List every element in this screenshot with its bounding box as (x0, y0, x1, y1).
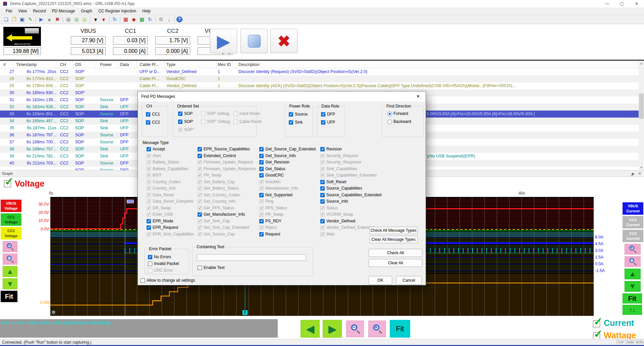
table-row[interactable]: 296s 179ms 608...CC2SOP'Cable Pl...Vendo… (0, 82, 639, 89)
message-type-enter-usb-checkbox[interactable] (147, 212, 151, 217)
run-icon[interactable]: ▶ (38, 16, 45, 23)
x-cursor-marker[interactable]: X (243, 310, 248, 315)
message-type-dr-swap-checkbox[interactable] (147, 206, 151, 210)
time-fit-button[interactable]: Fit (390, 320, 410, 338)
check-all-button[interactable]: Check All (369, 249, 422, 257)
clear-all-button[interactable]: Clear All (369, 259, 422, 267)
ordered-set-hard-reset-checkbox[interactable] (233, 112, 238, 116)
column-header-os[interactable]: OS (74, 61, 96, 68)
find-direction-backward-radio[interactable] (387, 120, 392, 124)
error-packet-invalid-packet-checkbox[interactable] (148, 262, 152, 266)
abort-button[interactable]: ✖ (270, 29, 298, 53)
message-type-ping-checkbox[interactable] (259, 199, 264, 204)
open-icon[interactable]: ❐ (10, 16, 18, 23)
message-type-get-sink-cap-extended-checkbox[interactable] (198, 225, 202, 230)
find-prev-icon[interactable]: ◎ (81, 16, 88, 23)
settings-allow-to-change-all-settings-checkbox[interactable] (141, 278, 145, 283)
column-header-timestamp[interactable]: Timestamp (15, 61, 56, 68)
selected-message-cursor[interactable] (125, 197, 125, 316)
message-type-gotomin-checkbox[interactable] (259, 180, 264, 184)
check-all-message-types-button[interactable]: Check All Message Types (369, 227, 418, 234)
message-type-fr-swap-checkbox[interactable] (198, 173, 202, 178)
column-header-power[interactable]: Power (99, 61, 119, 68)
ch-cc1-checkbox[interactable] (146, 112, 150, 117)
message-type-epr-request-checkbox[interactable] (147, 225, 151, 230)
pd-message-view-icon[interactable]: ▦ (122, 16, 129, 23)
error-packet-no-errors-checkbox[interactable] (148, 255, 152, 259)
message-type-epr-source-capabilities-checkbox[interactable] (198, 147, 202, 151)
menu-item-help[interactable]: Help (139, 7, 154, 15)
message-type-get-source-cap-checkbox[interactable] (198, 232, 202, 236)
message-type-epr-mode-checkbox[interactable] (147, 219, 151, 223)
filter-clear-icon[interactable]: ▼ (100, 16, 107, 23)
ordered-set-sop-checkbox[interactable] (178, 128, 182, 132)
time-zoom-out-button[interactable]: − (346, 321, 364, 337)
message-type-get-source-cap-extended-checkbox[interactable] (259, 147, 264, 151)
settings-icon[interactable]: ⚙ (157, 16, 165, 23)
current-zoom-out-button[interactable]: − (625, 256, 641, 267)
voltage-scale-down-button[interactable]: ▼ (3, 278, 17, 289)
message-type-data-reset-complete-checkbox[interactable] (147, 199, 151, 204)
stop-icon[interactable]: ■ (46, 16, 53, 23)
message-type-accept-checkbox[interactable] (147, 147, 151, 151)
message-type-sink-capabilities-checkbox[interactable] (320, 167, 325, 171)
ordered-set-sop-checkbox[interactable] (178, 120, 182, 124)
current-autoscale-button[interactable]: ↑↓ (623, 305, 642, 315)
find-icon[interactable]: ◎ (65, 16, 72, 23)
column-header-type[interactable]: Type (165, 61, 217, 68)
ordered-set-sop-debug-checkbox[interactable] (201, 120, 205, 124)
message-type-bist-checkbox[interactable] (147, 173, 151, 178)
message-type-vendor-defined-extended-checkbox[interactable] (320, 225, 325, 230)
menu-item-cc-register-injection[interactable]: CC Register Injection (95, 7, 139, 15)
data-role-ufp-checkbox[interactable] (321, 120, 325, 125)
menu-item-pd-message[interactable]: PD Message (49, 7, 78, 15)
ch-cc2-checkbox[interactable] (146, 120, 150, 125)
message-type-not-supported-checkbox[interactable] (259, 193, 264, 197)
power-role-source-checkbox[interactable] (289, 112, 293, 117)
current-fit-button[interactable]: Fit (623, 293, 642, 303)
message-type-battery-status-checkbox[interactable] (147, 160, 151, 164)
message-type-manufacturer-info-checkbox[interactable] (259, 186, 264, 191)
column-header-cable-pl[interactable]: Cable Pl... (138, 61, 165, 68)
message-type-alert-checkbox[interactable] (147, 154, 151, 158)
minimize-button[interactable]: — (600, 0, 614, 7)
ordered-set-sop-debug-checkbox[interactable] (201, 112, 205, 116)
message-type-source-capabilities-checkbox[interactable] (320, 186, 325, 191)
message-type-source-capabilities-extended-checkbox[interactable] (320, 193, 325, 197)
message-type-get-pps-status-checkbox[interactable] (198, 206, 202, 210)
trace-chip-cc2-voltage[interactable]: CC2Voltage (1, 227, 21, 239)
stop-capture-button[interactable] (240, 29, 268, 53)
graph-view-icon[interactable]: ▩ (138, 16, 146, 23)
help-icon[interactable]: ? (176, 16, 182, 22)
message-type-vconn-swap-checkbox[interactable] (320, 212, 325, 217)
message-type-pps-status-checkbox[interactable] (259, 206, 264, 210)
panel-close-icon[interactable]: ✕ (638, 171, 641, 176)
origin-marker[interactable]: O (51, 310, 56, 315)
menu-item-view[interactable]: View (15, 7, 30, 15)
find-next-icon[interactable]: ◎ (73, 16, 80, 23)
data-role-dfp-checkbox[interactable] (321, 112, 325, 117)
reload-graph-icon[interactable]: ↻ (146, 16, 154, 23)
trace-chip-cc2-current[interactable]: CC2Current (623, 230, 643, 242)
next-message-button[interactable]: ▶ (323, 320, 342, 338)
wattage-toggle-checkbox[interactable]: ✓ (593, 333, 600, 340)
message-type-pr-swap-checkbox[interactable] (259, 212, 264, 217)
menu-item-file[interactable]: File (3, 7, 15, 15)
message-type-get-sink-cap-checkbox[interactable] (198, 219, 202, 223)
edit-capture-icon[interactable]: ✎ (26, 16, 34, 23)
clear-all-message-types-button[interactable]: Clear All Message Types (369, 236, 418, 243)
trace-chip-cc1-current[interactable]: CC1Current (623, 216, 643, 228)
message-type-source-info-checkbox[interactable] (320, 199, 325, 204)
message-type-reject-checkbox[interactable] (259, 225, 264, 230)
message-type-security-response-checkbox[interactable] (320, 160, 325, 164)
message-type-data-reset-checkbox[interactable] (147, 193, 151, 197)
trace-chip-cc1-voltage[interactable]: CC1Voltage (1, 213, 21, 226)
abort-icon[interactable]: ✖ (54, 16, 61, 23)
scrollbar-thumb[interactable] (639, 93, 644, 119)
trace-chip-vbus-voltage[interactable]: VBUSVoltage (1, 200, 21, 212)
message-type-request-checkbox[interactable] (259, 232, 264, 236)
refresh-icon[interactable]: ↻ (111, 16, 118, 23)
message-type-battery-capabilities-checkbox[interactable] (147, 167, 151, 171)
containing-text-enable-text-checkbox[interactable] (198, 266, 202, 270)
trace-chip-vbus-current[interactable]: VBUSCurrent (623, 202, 643, 215)
